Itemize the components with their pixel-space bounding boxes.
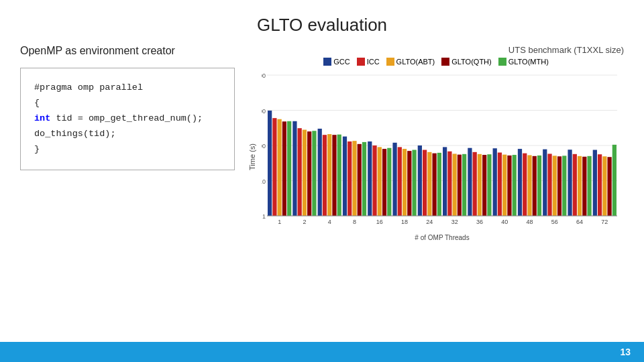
svg-rect-32	[362, 142, 366, 216]
svg-rect-46	[418, 145, 422, 216]
chart-title: UTS benchmark (T1XXL size)	[248, 45, 624, 55]
svg-text:24: 24	[426, 219, 433, 225]
svg-rect-25	[332, 135, 336, 216]
svg-text:40: 40	[501, 219, 508, 225]
svg-rect-70	[518, 149, 522, 216]
svg-rect-38	[387, 148, 391, 216]
svg-text:1: 1	[262, 213, 266, 220]
svg-rect-40	[392, 143, 396, 216]
svg-rect-52	[443, 147, 447, 216]
svg-rect-85	[582, 157, 586, 216]
svg-rect-19	[307, 131, 311, 216]
legend-item: GCC	[323, 58, 350, 66]
svg-text:72: 72	[601, 219, 608, 225]
svg-rect-78	[553, 156, 557, 216]
svg-rect-23	[323, 135, 327, 216]
svg-rect-10	[268, 111, 272, 216]
svg-rect-92	[612, 145, 616, 216]
svg-rect-12	[278, 119, 282, 216]
y-axis-label: Time (s)	[248, 68, 262, 245]
svg-rect-29	[347, 141, 352, 216]
svg-text:10: 10	[262, 178, 266, 185]
svg-rect-71	[523, 154, 527, 216]
code-block: #pragma omp parallel{ int tid = omp_get_…	[20, 68, 235, 170]
right-panel: UTS benchmark (T1XXL size) GCCICCGLTO(AB…	[248, 45, 624, 245]
legend: GCCICCGLTO(ABT)GLTO(QTH)GLTO(MTH)	[248, 58, 624, 66]
chart-svg: 100001000100101124816182432364048566472#…	[262, 68, 624, 243]
svg-rect-34	[368, 141, 372, 216]
left-panel: OpenMP as environment creator #pragma om…	[20, 45, 235, 170]
svg-text:4: 4	[328, 219, 331, 225]
svg-rect-24	[327, 134, 331, 216]
svg-rect-89	[598, 154, 602, 216]
svg-rect-48	[427, 152, 431, 216]
svg-rect-74	[537, 156, 541, 216]
svg-rect-72	[527, 155, 531, 216]
chart-area: Time (s) 1000010001001011248161824323640…	[248, 68, 624, 245]
svg-text:100: 100	[262, 143, 266, 149]
svg-rect-20	[312, 131, 316, 216]
svg-rect-17	[298, 128, 302, 216]
svg-rect-86	[587, 156, 591, 216]
section-label: OpenMP as environment creator	[20, 45, 235, 57]
svg-rect-53	[447, 152, 451, 216]
slide-number: 13	[620, 347, 631, 357]
svg-rect-50	[437, 153, 441, 216]
svg-text:2: 2	[303, 219, 306, 225]
svg-rect-35	[372, 145, 376, 216]
svg-text:36: 36	[476, 219, 483, 225]
svg-rect-60	[478, 154, 482, 216]
svg-rect-56	[462, 154, 466, 216]
svg-text:8: 8	[353, 219, 356, 225]
svg-rect-58	[468, 148, 472, 216]
legend-item: GLTO(MTH)	[498, 58, 549, 66]
svg-text:32: 32	[451, 219, 458, 225]
svg-rect-14	[287, 121, 291, 216]
svg-text:# of OMP Threads: # of OMP Threads	[415, 234, 469, 241]
svg-rect-83	[573, 154, 577, 216]
svg-rect-36	[378, 147, 382, 216]
svg-rect-30	[352, 141, 356, 216]
svg-rect-16	[292, 121, 297, 216]
svg-rect-77	[547, 154, 551, 216]
legend-item: GLTO(QTH)	[441, 58, 491, 66]
svg-text:1000: 1000	[262, 108, 266, 115]
svg-rect-59	[473, 152, 477, 216]
svg-rect-88	[593, 150, 597, 216]
content-area: OpenMP as environment creator #pragma om…	[0, 45, 644, 245]
svg-rect-26	[337, 135, 341, 216]
svg-rect-54	[453, 154, 457, 216]
svg-rect-22	[318, 129, 322, 216]
svg-rect-49	[432, 154, 436, 216]
svg-rect-73	[533, 156, 537, 216]
svg-rect-64	[493, 148, 497, 216]
svg-rect-31	[358, 144, 362, 216]
svg-rect-61	[482, 155, 486, 216]
svg-rect-68	[513, 155, 517, 216]
svg-rect-66	[502, 155, 506, 216]
bottom-bar: 13	[0, 342, 644, 362]
svg-rect-42	[402, 149, 407, 216]
svg-rect-82	[568, 149, 572, 216]
svg-rect-90	[602, 156, 606, 216]
svg-rect-18	[303, 130, 307, 216]
svg-rect-91	[607, 157, 611, 216]
svg-rect-80	[562, 156, 566, 216]
legend-item: GLTO(ABT)	[386, 58, 435, 66]
svg-text:48: 48	[526, 219, 533, 225]
svg-rect-37	[382, 149, 386, 216]
svg-text:56: 56	[551, 219, 558, 225]
svg-text:10000: 10000	[262, 72, 266, 79]
chart-inner: 100001000100101124816182432364048566472#…	[262, 68, 624, 245]
svg-rect-76	[543, 149, 547, 216]
svg-text:1: 1	[278, 219, 281, 225]
legend-item: ICC	[357, 58, 380, 66]
svg-rect-67	[507, 156, 511, 216]
svg-rect-79	[557, 156, 561, 216]
page-title: GLTO evaluation	[0, 0, 644, 45]
svg-rect-13	[282, 121, 286, 216]
svg-rect-65	[498, 153, 502, 216]
svg-text:18: 18	[401, 219, 408, 225]
svg-rect-28	[343, 137, 347, 216]
svg-rect-55	[458, 155, 462, 216]
